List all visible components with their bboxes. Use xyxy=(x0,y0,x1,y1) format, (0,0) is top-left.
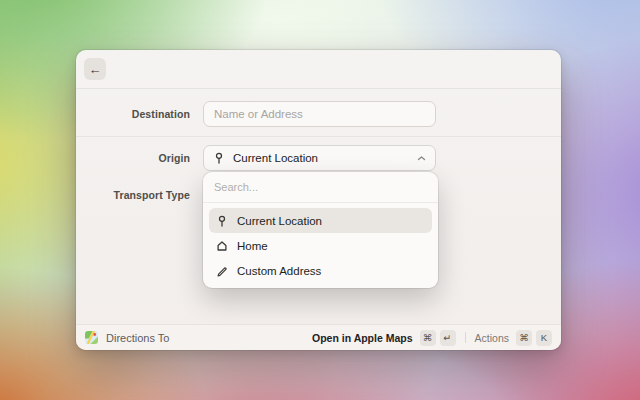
chevron-up-icon xyxy=(417,155,426,162)
row-divider xyxy=(76,136,561,137)
primary-action-label[interactable]: Open in Apple Maps xyxy=(312,332,413,344)
apple-maps-icon xyxy=(85,331,98,344)
option-label: Custom Address xyxy=(237,265,321,277)
command-key[interactable]: ⌘ xyxy=(516,330,532,346)
raycast-window: ← Destination Origin Current Location Tr… xyxy=(76,50,561,350)
destination-input[interactable] xyxy=(203,101,436,127)
dropdown-option-list: Current Location Home Custom Address xyxy=(203,203,438,288)
dropdown-search-input[interactable] xyxy=(203,172,438,202)
dropdown-option-custom-address[interactable]: Custom Address xyxy=(209,258,432,283)
command-key[interactable]: ⌘ xyxy=(420,330,436,346)
destination-label: Destination xyxy=(76,101,190,127)
desktop-background: ← Destination Origin Current Location Tr… xyxy=(0,0,640,400)
header-divider xyxy=(76,88,561,89)
footer-actions: Open in Apple Maps ⌘ ↵ Actions ⌘ K xyxy=(312,330,552,346)
transport-type-label: Transport Type xyxy=(76,182,190,208)
origin-select[interactable]: Current Location xyxy=(203,145,436,171)
actions-menu-label[interactable]: Actions xyxy=(475,332,509,344)
back-button[interactable]: ← xyxy=(84,58,106,80)
dropdown-option-home[interactable]: Home xyxy=(209,233,432,258)
origin-select-value: Current Location xyxy=(233,152,318,164)
dropdown-option-current-location[interactable]: Current Location xyxy=(209,208,432,233)
option-label: Home xyxy=(237,240,268,252)
return-key[interactable]: ↵ xyxy=(440,330,456,346)
back-arrow-icon: ← xyxy=(89,62,102,77)
pin-icon xyxy=(213,152,225,164)
origin-dropdown: Current Location Home Custom Address xyxy=(203,172,438,288)
origin-label: Origin xyxy=(76,145,190,171)
option-label: Current Location xyxy=(237,215,322,227)
home-icon xyxy=(216,240,228,252)
k-key[interactable]: K xyxy=(536,330,552,346)
window-footer: Directions To Open in Apple Maps ⌘ ↵ Act… xyxy=(76,324,561,350)
footer-app-name: Directions To xyxy=(106,332,169,344)
pin-icon xyxy=(216,215,228,227)
pencil-icon xyxy=(216,265,228,277)
footer-separator xyxy=(465,332,466,343)
